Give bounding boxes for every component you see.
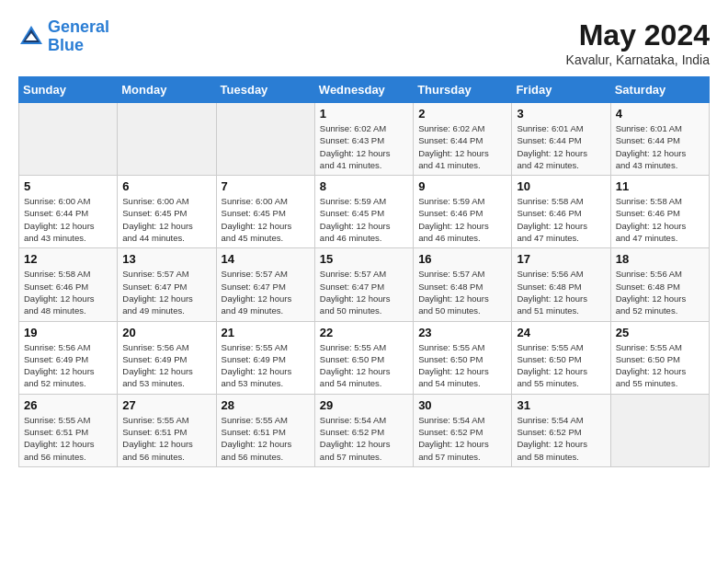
day-number: 12 (24, 252, 112, 266)
calendar-day: 17Sunrise: 5:56 AM Sunset: 6:48 PM Dayli… (512, 248, 610, 321)
day-number: 31 (517, 398, 605, 412)
day-number: 17 (517, 252, 605, 266)
day-number: 25 (616, 326, 704, 339)
logo: General Blue (18, 18, 109, 55)
col-friday: Friday (512, 77, 610, 103)
calendar-week-1: 1Sunrise: 6:02 AM Sunset: 6:43 PM Daylig… (19, 103, 710, 176)
calendar-day: 20Sunrise: 5:56 AM Sunset: 6:49 PM Dayli… (118, 321, 216, 394)
calendar-day: 13Sunrise: 5:57 AM Sunset: 6:47 PM Dayli… (118, 248, 216, 321)
day-info: Sunrise: 5:58 AM Sunset: 6:46 PM Dayligh… (616, 195, 704, 244)
day-info: Sunrise: 5:55 AM Sunset: 6:50 PM Dayligh… (418, 341, 506, 390)
day-info: Sunrise: 5:55 AM Sunset: 6:50 PM Dayligh… (320, 341, 408, 390)
col-sunday: Sunday (19, 77, 118, 103)
day-number: 27 (122, 398, 210, 412)
calendar-day: 28Sunrise: 5:55 AM Sunset: 6:51 PM Dayli… (216, 394, 314, 466)
day-info: Sunrise: 5:58 AM Sunset: 6:46 PM Dayligh… (517, 195, 605, 244)
calendar-day: 11Sunrise: 5:58 AM Sunset: 6:46 PM Dayli… (610, 176, 709, 248)
day-info: Sunrise: 5:58 AM Sunset: 6:46 PM Dayligh… (24, 268, 112, 316)
day-number: 22 (320, 326, 408, 339)
day-info: Sunrise: 5:57 AM Sunset: 6:48 PM Dayligh… (418, 268, 506, 316)
day-number: 6 (122, 179, 210, 193)
day-info: Sunrise: 6:01 AM Sunset: 6:44 PM Dayligh… (616, 122, 704, 171)
logo-part2: Blue (48, 36, 84, 54)
calendar-day: 14Sunrise: 5:57 AM Sunset: 6:47 PM Dayli… (216, 248, 314, 321)
day-number: 28 (222, 398, 310, 412)
calendar-day: 27Sunrise: 5:55 AM Sunset: 6:51 PM Dayli… (118, 394, 216, 466)
day-number: 3 (517, 107, 605, 121)
location: Kavalur, Karnataka, India (566, 52, 710, 67)
day-info: Sunrise: 5:55 AM Sunset: 6:51 PM Dayligh… (24, 414, 112, 463)
calendar-day (19, 103, 118, 176)
calendar-day: 8Sunrise: 5:59 AM Sunset: 6:45 PM Daylig… (314, 176, 413, 248)
calendar-day: 1Sunrise: 6:02 AM Sunset: 6:43 PM Daylig… (314, 103, 413, 176)
calendar-day: 21Sunrise: 5:55 AM Sunset: 6:49 PM Dayli… (216, 321, 314, 394)
calendar-day: 31Sunrise: 5:54 AM Sunset: 6:52 PM Dayli… (512, 394, 610, 466)
day-info: Sunrise: 6:00 AM Sunset: 6:44 PM Dayligh… (24, 195, 112, 244)
day-info: Sunrise: 5:59 AM Sunset: 6:46 PM Dayligh… (418, 195, 506, 244)
day-number: 7 (222, 179, 310, 193)
calendar-day: 7Sunrise: 6:00 AM Sunset: 6:45 PM Daylig… (216, 176, 314, 248)
day-number: 10 (517, 179, 605, 193)
day-number: 29 (320, 398, 408, 412)
day-number: 16 (418, 252, 506, 266)
calendar-week-3: 12Sunrise: 5:58 AM Sunset: 6:46 PM Dayli… (19, 248, 710, 321)
day-number: 9 (418, 179, 506, 193)
calendar-day (216, 103, 314, 176)
day-info: Sunrise: 5:57 AM Sunset: 6:47 PM Dayligh… (320, 268, 408, 316)
calendar-week-2: 5Sunrise: 6:00 AM Sunset: 6:44 PM Daylig… (19, 176, 710, 248)
month-title: May 2024 (566, 18, 710, 52)
day-number: 24 (517, 326, 605, 339)
calendar-day: 19Sunrise: 5:56 AM Sunset: 6:49 PM Dayli… (19, 321, 118, 394)
day-number: 4 (616, 107, 704, 121)
day-number: 23 (418, 326, 506, 339)
day-info: Sunrise: 6:02 AM Sunset: 6:44 PM Dayligh… (418, 122, 506, 171)
col-saturday: Saturday (610, 77, 709, 103)
day-number: 2 (418, 107, 506, 121)
calendar-day: 18Sunrise: 5:56 AM Sunset: 6:48 PM Dayli… (610, 248, 709, 321)
day-info: Sunrise: 5:55 AM Sunset: 6:49 PM Dayligh… (222, 341, 310, 390)
day-info: Sunrise: 5:56 AM Sunset: 6:48 PM Dayligh… (517, 268, 605, 316)
calendar-day (118, 103, 216, 176)
col-wednesday: Wednesday (314, 77, 413, 103)
title-area: May 2024 Kavalur, Karnataka, India (566, 18, 710, 67)
logo-part1: General (48, 17, 109, 36)
calendar-day: 30Sunrise: 5:54 AM Sunset: 6:52 PM Dayli… (414, 394, 512, 466)
col-thursday: Thursday (414, 77, 512, 103)
calendar-day: 23Sunrise: 5:55 AM Sunset: 6:50 PM Dayli… (414, 321, 512, 394)
day-number: 14 (222, 252, 310, 266)
calendar-table: Sunday Monday Tuesday Wednesday Thursday… (18, 76, 710, 467)
day-number: 11 (616, 179, 704, 193)
logo-icon (18, 24, 44, 50)
day-info: Sunrise: 5:54 AM Sunset: 6:52 PM Dayligh… (418, 414, 506, 463)
day-number: 21 (222, 326, 310, 339)
calendar-day: 22Sunrise: 5:55 AM Sunset: 6:50 PM Dayli… (314, 321, 413, 394)
calendar-day: 26Sunrise: 5:55 AM Sunset: 6:51 PM Dayli… (19, 394, 118, 466)
day-info: Sunrise: 5:57 AM Sunset: 6:47 PM Dayligh… (122, 268, 210, 316)
day-info: Sunrise: 5:56 AM Sunset: 6:49 PM Dayligh… (122, 341, 210, 390)
col-tuesday: Tuesday (216, 77, 314, 103)
calendar-day: 16Sunrise: 5:57 AM Sunset: 6:48 PM Dayli… (414, 248, 512, 321)
day-info: Sunrise: 5:55 AM Sunset: 6:50 PM Dayligh… (616, 341, 704, 390)
calendar-day: 6Sunrise: 6:00 AM Sunset: 6:45 PM Daylig… (118, 176, 216, 248)
calendar-day: 3Sunrise: 6:01 AM Sunset: 6:44 PM Daylig… (512, 103, 610, 176)
day-number: 15 (320, 252, 408, 266)
calendar-week-4: 19Sunrise: 5:56 AM Sunset: 6:49 PM Dayli… (19, 321, 710, 394)
page-header: General Blue May 2024 Kavalur, Karnataka… (18, 18, 710, 67)
col-monday: Monday (118, 77, 216, 103)
day-info: Sunrise: 5:56 AM Sunset: 6:48 PM Dayligh… (616, 268, 704, 316)
calendar-day: 12Sunrise: 5:58 AM Sunset: 6:46 PM Dayli… (19, 248, 118, 321)
calendar-day: 25Sunrise: 5:55 AM Sunset: 6:50 PM Dayli… (610, 321, 709, 394)
day-info: Sunrise: 6:02 AM Sunset: 6:43 PM Dayligh… (320, 122, 408, 171)
calendar-day: 24Sunrise: 5:55 AM Sunset: 6:50 PM Dayli… (512, 321, 610, 394)
calendar-day: 5Sunrise: 6:00 AM Sunset: 6:44 PM Daylig… (19, 176, 118, 248)
day-info: Sunrise: 5:55 AM Sunset: 6:51 PM Dayligh… (222, 414, 310, 463)
day-number: 5 (24, 179, 112, 193)
day-info: Sunrise: 5:56 AM Sunset: 6:49 PM Dayligh… (24, 341, 112, 390)
day-info: Sunrise: 5:55 AM Sunset: 6:51 PM Dayligh… (122, 414, 210, 463)
day-number: 20 (122, 326, 210, 339)
day-number: 1 (320, 107, 408, 121)
day-info: Sunrise: 5:57 AM Sunset: 6:47 PM Dayligh… (222, 268, 310, 316)
day-number: 19 (24, 326, 112, 339)
calendar-day: 2Sunrise: 6:02 AM Sunset: 6:44 PM Daylig… (414, 103, 512, 176)
day-info: Sunrise: 5:54 AM Sunset: 6:52 PM Dayligh… (517, 414, 605, 463)
